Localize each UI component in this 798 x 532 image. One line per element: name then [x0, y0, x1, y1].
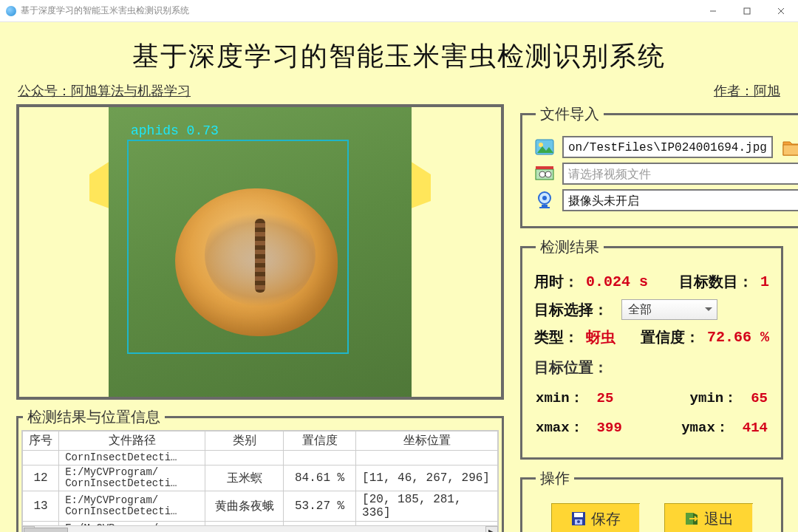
time-value: 0.024 s: [586, 273, 648, 290]
browse-image-button[interactable]: [780, 136, 798, 158]
conf-value: 72.66 %: [707, 329, 769, 346]
save-button[interactable]: 保存: [551, 503, 640, 532]
camera-status-field[interactable]: 摄像头未开启: [562, 189, 798, 211]
xmax-value: 399: [597, 420, 622, 436]
svg-point-16: [577, 520, 580, 523]
col-class[interactable]: 类别: [205, 432, 284, 451]
actions-legend: 操作: [536, 468, 574, 488]
horizontal-scrollbar[interactable]: ◂▸: [21, 526, 499, 532]
col-coord[interactable]: 坐标位置: [356, 432, 498, 451]
svg-point-5: [539, 143, 543, 147]
svg-rect-6: [783, 145, 798, 155]
detection-image: aphids 0.73: [16, 104, 504, 400]
svg-point-10: [545, 171, 551, 177]
image-file-icon: [534, 137, 555, 157]
xmax-label: xmax：: [536, 420, 584, 436]
xmin-label: xmin：: [536, 390, 584, 406]
results-table-panel: 检测结果与位置信息 序号 文件路径 类别 置信度 坐标位置 CornInsect…: [16, 407, 504, 532]
detection-result-legend: 检测结果: [536, 237, 604, 257]
exit-button[interactable]: 退出: [664, 503, 753, 532]
table-row[interactable]: 12E:/MyCVProgram/CornInsectDetecti…玉米螟84…: [23, 466, 498, 491]
minimize-button[interactable]: [696, 0, 730, 22]
exit-icon: [683, 511, 700, 527]
svg-point-12: [542, 196, 547, 200]
svg-rect-14: [574, 513, 583, 517]
detection-result-panel: 检测结果 用时： 0.024 s 目标数目： 1 目标选择： 全部: [520, 237, 783, 460]
ymax-value: 414: [743, 420, 768, 436]
type-value: 蚜虫: [586, 327, 615, 347]
subtitle-right: 作者：阿旭: [714, 82, 780, 100]
video-file-icon: [534, 164, 555, 183]
image-path-field[interactable]: on/TestFiles\IP024001694.jpg: [562, 136, 773, 158]
close-button[interactable]: [764, 0, 798, 22]
maximize-button[interactable]: [730, 0, 764, 22]
actions-panel: 操作 保存 退出: [520, 468, 783, 532]
table-row[interactable]: CornInsectDetecti…: [23, 451, 498, 466]
count-label: 目标数目：: [679, 272, 753, 292]
target-select-label: 目标选择：: [534, 300, 608, 320]
bounding-box: [127, 140, 349, 354]
xmin-value: 25: [597, 390, 614, 406]
conf-label: 置信度：: [641, 327, 700, 347]
position-label: 目标位置：: [534, 358, 769, 378]
svg-rect-8: [536, 166, 553, 169]
window-title: 基于深度学习的智能玉米害虫检测识别系统: [21, 4, 189, 17]
file-import-legend: 文件导入: [536, 104, 604, 124]
file-import-panel: 文件导入 on/TestFiles\IP024001694.jpg 请选择视频文…: [520, 104, 798, 228]
bounding-box-label: aphids 0.73: [131, 123, 219, 138]
svg-point-9: [539, 171, 545, 177]
svg-rect-1: [744, 8, 750, 14]
app-icon: [6, 6, 16, 16]
subtitle-left: 公众号：阿旭算法与机器学习: [18, 82, 191, 100]
ymin-value: 65: [751, 390, 768, 406]
col-conf[interactable]: 置信度: [284, 432, 356, 451]
page-title: 基于深度学习的智能玉米害虫检测识别系统: [16, 28, 782, 82]
ymax-label: ymax：: [681, 420, 729, 436]
target-select[interactable]: 全部: [621, 299, 717, 320]
results-table-legend: 检测结果与位置信息: [23, 407, 165, 427]
time-label: 用时：: [534, 272, 579, 292]
count-value: 1: [760, 273, 769, 290]
results-table[interactable]: 序号 文件路径 类别 置信度 坐标位置 CornInsectDetecti…12…: [21, 430, 499, 526]
save-icon: [570, 511, 587, 527]
type-label: 类型：: [534, 327, 579, 347]
camera-icon: [534, 191, 555, 210]
window-titlebar: 基于深度学习的智能玉米害虫检测识别系统: [0, 0, 798, 22]
video-path-field[interactable]: 请选择视频文件: [562, 163, 798, 185]
table-row[interactable]: 13E:/MyCVProgram/CornInsectDetecti…黄曲条夜蛾…: [23, 491, 498, 522]
col-index[interactable]: 序号: [23, 432, 59, 451]
ymin-label: ymin：: [690, 390, 738, 406]
col-path[interactable]: 文件路径: [59, 432, 205, 451]
